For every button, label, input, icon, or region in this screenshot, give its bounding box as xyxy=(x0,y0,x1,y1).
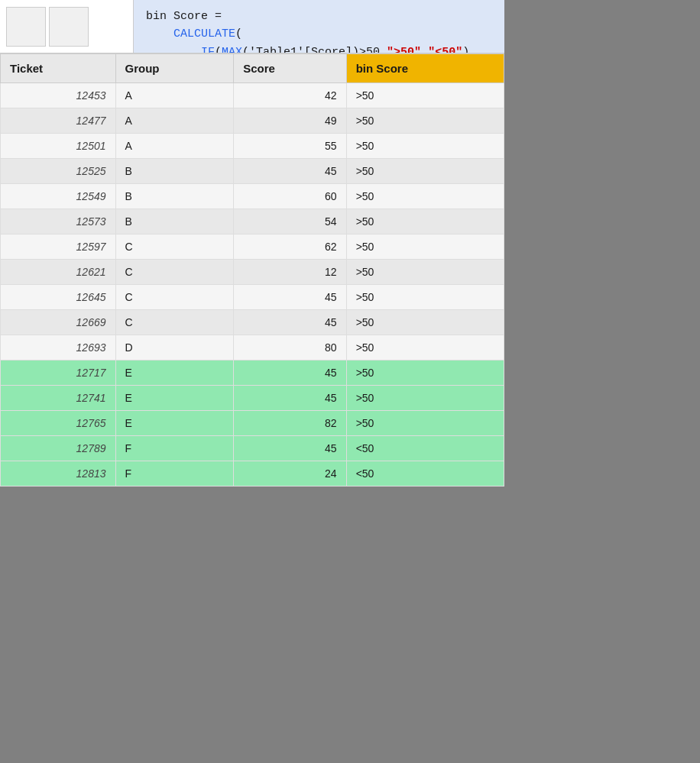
table-row: 12549B60>50 xyxy=(1,184,504,209)
cell-bin-score: >50 xyxy=(346,108,504,134)
col-header-bin-score: bin Score xyxy=(346,54,504,83)
cell-bin-score: >50 xyxy=(346,310,504,335)
cell-bin-score: >50 xyxy=(346,83,504,108)
table-row: 12477A49>50 xyxy=(1,108,504,134)
cell-ticket: 12597 xyxy=(1,234,116,260)
table-row: 12621C12>50 xyxy=(1,260,504,285)
cell-bin-score: >50 xyxy=(346,134,504,159)
cell-score: 45 xyxy=(234,310,346,335)
cell-bin-score: >50 xyxy=(346,360,504,386)
table-row: 12573B54>50 xyxy=(1,209,504,234)
main-panel: bin Score = CALCULATE( IF(MAX('Table1'[S… xyxy=(0,0,504,487)
cell-group: F xyxy=(115,461,234,487)
cell-group: B xyxy=(115,159,234,184)
table-row: 12669C45>50 xyxy=(1,310,504,335)
formula-line-line2: CALCULATE( xyxy=(146,25,492,43)
cell-bin-score: >50 xyxy=(346,335,504,360)
cell-bin-score: <50 xyxy=(346,436,504,461)
confirm-button[interactable] xyxy=(49,7,89,47)
cell-score: 12 xyxy=(234,260,346,285)
cell-score: 82 xyxy=(234,411,346,436)
table-row: 12597C62>50 xyxy=(1,234,504,260)
cell-score: 49 xyxy=(234,108,346,134)
table-header: TicketGroupScorebin Score xyxy=(1,54,504,83)
col-header-group: Group xyxy=(115,54,234,83)
cell-score: 55 xyxy=(234,134,346,159)
cell-score: 45 xyxy=(234,360,346,386)
cell-ticket: 12621 xyxy=(1,260,116,285)
cell-ticket: 12549 xyxy=(1,184,116,209)
cell-score: 45 xyxy=(234,159,346,184)
cell-ticket: 12669 xyxy=(1,310,116,335)
cell-ticket: 12765 xyxy=(1,411,116,436)
top-bar: bin Score = CALCULATE( IF(MAX('Table1'[S… xyxy=(0,0,504,53)
cell-group: C xyxy=(115,234,234,260)
table-row: 12717E45>50 xyxy=(1,360,504,386)
cell-bin-score: >50 xyxy=(346,260,504,285)
cell-group: B xyxy=(115,184,234,209)
cell-ticket: 12501 xyxy=(1,134,116,159)
cell-group: F xyxy=(115,436,234,461)
cell-ticket: 12453 xyxy=(1,83,116,108)
cell-bin-score: >50 xyxy=(346,386,504,411)
cell-group: A xyxy=(115,134,234,159)
cell-score: 60 xyxy=(234,184,346,209)
table-row: 12501A55>50 xyxy=(1,134,504,159)
formula-editor[interactable]: bin Score = CALCULATE( IF(MAX('Table1'[S… xyxy=(134,0,504,53)
table-row: 12765E82>50 xyxy=(1,411,504,436)
action-buttons xyxy=(0,0,134,53)
cell-ticket: 12477 xyxy=(1,108,116,134)
cell-group: E xyxy=(115,411,234,436)
cell-group: C xyxy=(115,260,234,285)
table-row: 12525B45>50 xyxy=(1,159,504,184)
table-row: 12645C45>50 xyxy=(1,285,504,310)
cell-score: 42 xyxy=(234,83,346,108)
cell-bin-score: >50 xyxy=(346,184,504,209)
table-row: 12813F24<50 xyxy=(1,461,504,487)
cell-bin-score: >50 xyxy=(346,411,504,436)
formula-line-line3: IF(MAX('Table1'[Score])>50,">50","<50") xyxy=(146,44,492,53)
cell-group: E xyxy=(115,386,234,411)
cell-bin-score: <50 xyxy=(346,461,504,487)
cell-ticket: 12645 xyxy=(1,285,116,310)
cell-group: E xyxy=(115,360,234,386)
table-row: 12693D80>50 xyxy=(1,335,504,360)
cell-group: A xyxy=(115,108,234,134)
cell-group: C xyxy=(115,285,234,310)
cell-ticket: 12789 xyxy=(1,436,116,461)
table-row: 12453A42>50 xyxy=(1,83,504,108)
cell-score: 24 xyxy=(234,461,346,487)
cell-ticket: 12741 xyxy=(1,386,116,411)
table-row: 12741E45>50 xyxy=(1,386,504,411)
table-row: 12789F45<50 xyxy=(1,436,504,461)
cell-ticket: 12813 xyxy=(1,461,116,487)
cancel-button[interactable] xyxy=(6,7,46,47)
cell-group: C xyxy=(115,310,234,335)
cell-ticket: 12525 xyxy=(1,159,116,184)
data-table-wrapper: TicketGroupScorebin Score 12453A42>50124… xyxy=(0,53,504,487)
cell-group: A xyxy=(115,83,234,108)
cell-score: 45 xyxy=(234,285,346,310)
cell-score: 80 xyxy=(234,335,346,360)
table-body: 12453A42>5012477A49>5012501A55>5012525B4… xyxy=(1,83,504,487)
cell-group: D xyxy=(115,335,234,360)
col-header-ticket: Ticket xyxy=(1,54,116,83)
cell-group: B xyxy=(115,209,234,234)
col-header-score: Score xyxy=(234,54,346,83)
cell-bin-score: >50 xyxy=(346,285,504,310)
cell-ticket: 12717 xyxy=(1,360,116,386)
cell-bin-score: >50 xyxy=(346,234,504,260)
cell-bin-score: >50 xyxy=(346,209,504,234)
cell-ticket: 12573 xyxy=(1,209,116,234)
cell-bin-score: >50 xyxy=(346,159,504,184)
cell-score: 45 xyxy=(234,386,346,411)
data-table: TicketGroupScorebin Score 12453A42>50124… xyxy=(0,53,504,487)
cell-score: 62 xyxy=(234,234,346,260)
formula-line-line1: bin Score = xyxy=(146,8,492,25)
cell-ticket: 12693 xyxy=(1,335,116,360)
cell-score: 54 xyxy=(234,209,346,234)
cell-score: 45 xyxy=(234,436,346,461)
